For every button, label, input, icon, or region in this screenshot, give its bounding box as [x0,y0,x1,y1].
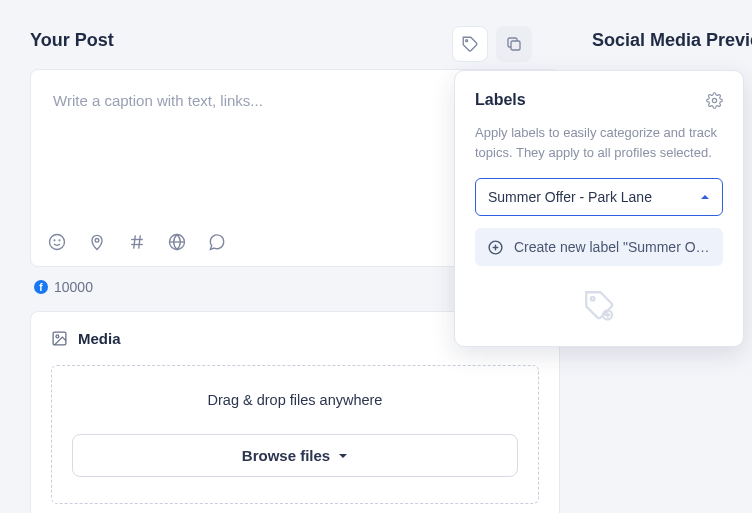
caret-down-icon [338,451,348,461]
label-input-value: Summer Offer - Park Lane [488,189,652,205]
image-icon [51,330,68,347]
create-label-text: Create new label "Summer O… [514,239,710,255]
label-select-input[interactable]: Summer Offer - Park Lane [475,178,723,216]
svg-point-10 [56,335,59,338]
labels-description: Apply labels to easily categorize and tr… [475,123,723,162]
browse-label: Browse files [242,447,330,464]
plus-circle-icon [487,239,504,256]
labels-popover: Labels Apply labels to easily categorize… [454,70,744,347]
facebook-icon: f [34,280,48,294]
media-dropzone[interactable]: Drag & drop files anywhere Browse files [51,365,539,504]
svg-point-1 [54,240,55,241]
media-label: Media [78,330,121,347]
svg-rect-12 [511,41,520,50]
svg-line-7 [139,235,141,248]
caption-toolbar [47,232,227,252]
svg-point-2 [59,240,60,241]
svg-point-13 [712,98,716,102]
browse-files-button[interactable]: Browse files [72,434,518,477]
labels-footer-icon [475,288,723,322]
tag-button[interactable] [452,26,488,62]
location-icon[interactable] [87,232,107,252]
copy-button[interactable] [496,26,532,62]
preview-column: Social Media Preview a [592,0,752,51]
emoji-icon[interactable] [47,232,67,252]
comment-icon[interactable] [207,232,227,252]
char-count-value: 10000 [54,279,93,295]
preview-title: Social Media Preview [592,0,752,51]
caret-up-icon [700,192,710,202]
drop-text: Drag & drop files anywhere [72,392,518,408]
char-count: f 10000 [34,279,93,295]
gear-icon[interactable] [706,92,723,109]
create-label-option[interactable]: Create new label "Summer O… [475,228,723,266]
hashtag-icon[interactable] [127,232,147,252]
svg-point-11 [466,40,468,42]
svg-point-3 [95,239,99,243]
svg-point-17 [591,297,595,301]
globe-icon[interactable] [167,232,187,252]
svg-line-6 [134,235,136,248]
labels-title: Labels [475,91,526,109]
svg-point-0 [50,235,65,250]
top-icon-row [452,26,532,62]
